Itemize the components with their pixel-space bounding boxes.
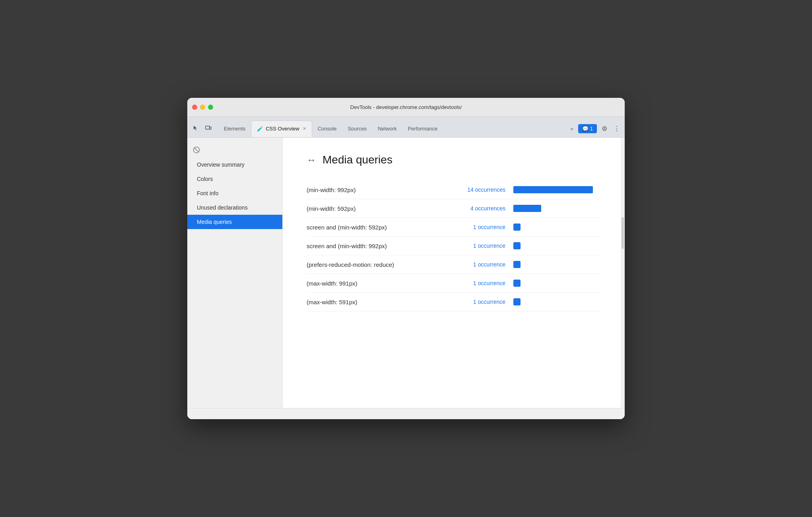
mq-occurrence-4[interactable]: 1 occurrence [442,261,505,268]
mq-bar-container-3 [513,242,601,249]
tab-elements-label: Elements [224,126,245,132]
tab-sources-label: Sources [348,126,367,132]
tab-css-overview-icon: 🧪 [257,126,263,132]
mq-label-2: screen and (min-width: 592px) [307,224,442,231]
mq-row-6: (max-width: 591px) 1 occurrence [307,293,601,311]
media-queries-icon: ↔ [307,154,316,165]
close-button[interactable] [192,105,197,110]
cursor-icon[interactable] [190,123,201,133]
feedback-count: 1 [590,126,593,132]
mq-occurrence-3[interactable]: 1 occurrence [442,243,505,249]
svg-rect-1 [210,127,211,129]
mq-bar-container-2 [513,224,601,231]
mq-occurrence-0[interactable]: 14 occurrences [442,187,505,193]
mq-occurrence-1[interactable]: 4 occurrences [442,205,505,212]
mq-occurrence-5[interactable]: 1 occurrence [442,280,505,286]
tab-css-overview-close[interactable]: ✕ [303,126,306,131]
sidebar-item-font-info[interactable]: Font info [187,186,282,200]
scrollbar-thumb[interactable] [622,217,624,249]
svg-line-3 [194,148,199,152]
feedback-button[interactable]: 💬 1 [578,124,597,133]
tab-console-label: Console [318,126,337,132]
mq-bar-6 [513,298,521,305]
mq-label-0: (min-width: 992px) [307,187,442,193]
device-toggle-icon[interactable] [203,123,214,133]
mq-row-1: (min-width: 592px) 4 occurrences [307,199,601,218]
toolbar-left [190,123,218,137]
mq-occurrence-6[interactable]: 1 occurrence [442,299,505,305]
mq-bar-4 [513,261,521,268]
more-options-icon[interactable]: ⋮ [612,124,622,133]
content-area: ↔ Media queries (min-width: 992px) 14 oc… [283,138,625,408]
traffic-lights [192,105,213,110]
mq-label-6: (max-width: 591px) [307,299,442,305]
minimize-button[interactable] [200,105,205,110]
main-area: Overview summary Colors Font info Unused… [187,138,625,408]
tabbar: Elements 🧪 CSS Overview ✕ Console Source… [187,117,625,138]
sidebar-item-font-info-label: Font info [197,190,218,196]
tab-performance-label: Performance [408,126,437,132]
tab-network[interactable]: Network [372,121,402,137]
page-header: ↔ Media queries [307,154,601,166]
tabbar-right: » 💬 1 ⚙ ⋮ [569,124,622,137]
tab-css-overview-label: CSS Overview [266,126,299,132]
sidebar-item-overview-summary-label: Overview summary [197,161,245,168]
window-title: DevTools - developer.chrome.com/tags/dev… [350,104,462,110]
page-title: Media queries [322,154,392,166]
sidebar: Overview summary Colors Font info Unused… [187,138,283,408]
feedback-icon: 💬 [582,126,589,132]
mq-bar-container-0 [513,186,601,193]
mq-row-3: screen and (min-width: 992px) 1 occurren… [307,237,601,255]
sidebar-item-colors[interactable]: Colors [187,172,282,186]
sidebar-no-icon [187,142,282,157]
mq-occurrence-2[interactable]: 1 occurrence [442,224,505,230]
mq-label-4: (prefers-reduced-motion: reduce) [307,261,442,268]
scrollbar[interactable] [621,138,625,408]
mq-bar-2 [513,224,521,231]
maximize-button[interactable] [208,105,213,110]
mq-bar-5 [513,280,521,287]
mq-bar-1 [513,205,541,212]
sidebar-item-overview-summary[interactable]: Overview summary [187,157,282,172]
sidebar-item-unused-declarations-label: Unused declarations [197,204,248,211]
sidebar-item-media-queries[interactable]: Media queries [187,215,282,229]
mq-row-4: (prefers-reduced-motion: reduce) 1 occur… [307,255,601,274]
tab-network-label: Network [378,126,397,132]
mq-row-0: (min-width: 992px) 14 occurrences [307,181,601,199]
mq-label-3: screen and (min-width: 992px) [307,243,442,249]
mq-bar-container-4 [513,261,601,268]
sidebar-item-unused-declarations[interactable]: Unused declarations [187,200,282,215]
tab-css-overview[interactable]: 🧪 CSS Overview ✕ [251,121,312,137]
mq-bar-container-1 [513,205,601,212]
mq-row-2: screen and (min-width: 592px) 1 occurren… [307,218,601,237]
more-tabs-button[interactable]: » [569,125,575,132]
settings-icon[interactable]: ⚙ [600,124,609,133]
tab-console[interactable]: Console [312,121,342,137]
sidebar-item-colors-label: Colors [197,176,213,182]
mq-bar-3 [513,242,521,249]
sidebar-item-media-queries-label: Media queries [197,219,232,225]
statusbar [187,408,625,419]
mq-label-5: (max-width: 991px) [307,280,442,287]
mq-label-1: (min-width: 592px) [307,205,442,212]
mq-row-5: (max-width: 991px) 1 occurrence [307,274,601,293]
tab-performance[interactable]: Performance [402,121,443,137]
mq-bar-container-5 [513,280,601,287]
titlebar: DevTools - developer.chrome.com/tags/dev… [187,98,625,117]
tab-sources[interactable]: Sources [342,121,372,137]
tab-elements[interactable]: Elements [218,121,251,137]
mq-bar-0 [513,186,593,193]
devtools-window: DevTools - developer.chrome.com/tags/dev… [187,98,625,419]
mq-bar-container-6 [513,298,601,305]
svg-rect-0 [206,126,210,129]
